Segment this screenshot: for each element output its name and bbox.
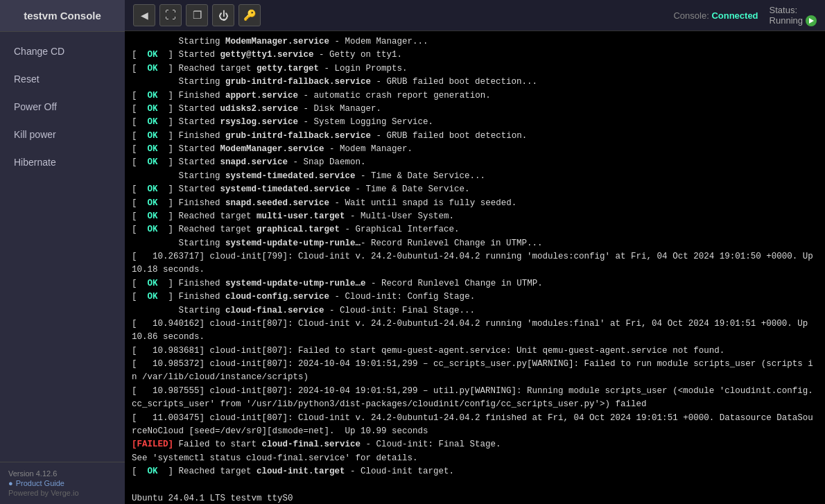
sidebar-item-change-cd[interactable]: Change CD: [0, 37, 125, 65]
connected-status: Connected: [711, 10, 758, 21]
powered-by-text: Powered by Verge.io: [8, 489, 116, 497]
circle-info-icon: ●: [8, 479, 13, 487]
clipboard-button[interactable]: ❐: [186, 4, 208, 26]
version-text: Version 4.12.6: [8, 469, 116, 478]
running-dot: [806, 15, 817, 26]
fullscreen-button[interactable]: ⛶: [159, 4, 182, 26]
sidebar-menu: Change CD Reset Power Off Kill power Hib…: [0, 32, 125, 462]
running-indicator: Running: [770, 15, 817, 26]
sidebar-item-kill-power[interactable]: Kill power: [0, 121, 125, 148]
sidebar-item-reset[interactable]: Reset: [0, 65, 125, 93]
key-button[interactable]: 🔑: [238, 4, 261, 26]
status-label: Status: Running: [770, 5, 817, 26]
sidebar-title: testvm Console: [0, 0, 125, 32]
console-status-area: Console: Connected Status: Running: [673, 5, 817, 26]
sidebar-item-hibernate[interactable]: Hibernate: [0, 148, 125, 176]
power-button[interactable]: ⏻: [212, 4, 234, 26]
console-label: Console: Connected: [673, 10, 758, 21]
sidebar-footer: Version 4.12.6 ● Product Guide Powered b…: [0, 462, 125, 504]
sidebar-item-power-off[interactable]: Power Off: [0, 93, 125, 121]
back-button[interactable]: ◀: [133, 4, 155, 26]
main-area: ◀ ⛶ ❐ ⏻ 🔑 Console: Connected Status: Run…: [125, 0, 825, 504]
console-output[interactable]: Starting ModemManager.service - Modem Ma…: [125, 31, 825, 504]
sidebar: testvm Console Change CD Reset Power Off…: [0, 0, 125, 504]
product-guide-link[interactable]: ● Product Guide: [8, 479, 116, 487]
toolbar: ◀ ⛶ ❐ ⏻ 🔑 Console: Connected Status: Run…: [125, 0, 825, 31]
